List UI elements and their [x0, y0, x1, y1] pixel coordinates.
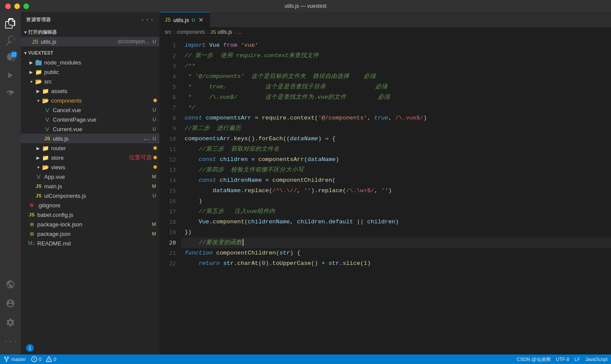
tab-filename: utils.js [173, 17, 189, 23]
editor-area: JS utils.js U ✕ src › components › JS ut… [159, 12, 611, 354]
tree-views[interactable]: ▾ 📂 views [21, 162, 159, 172]
code-line-17: //第五步 注入vue组件内 [181, 206, 611, 217]
tree-babel-config[interactable]: JS babel.config.js [21, 210, 159, 219]
breadcrumb-components[interactable]: components [177, 29, 205, 35]
tab-close-button[interactable]: ✕ [198, 16, 205, 23]
activity-remote-icon[interactable] [3, 277, 18, 292]
tree-cancel-vue[interactable]: V Cancel.vue U [21, 105, 159, 115]
breadcrumb-more[interactable]: ... [237, 29, 242, 35]
code-line-15: dataName.replace(/^\.\//, '').replace(/\… [181, 186, 611, 196]
tree-assets[interactable]: ▶ 📁 assets [21, 86, 159, 96]
code-line-14: const childrenName = componentChildren( [181, 175, 611, 186]
activity-more-icon[interactable]: ··· [3, 334, 18, 349]
tree-node-modules[interactable]: ▶ node_modules [21, 58, 159, 67]
sidebar-badge-item[interactable]: 1 [21, 343, 159, 353]
status-bar: master 0 0 CSDN @仙凌阁 UTF-8 LF JavaScript [0, 354, 611, 364]
activity-extensions-icon[interactable] [3, 85, 18, 100]
status-branch[interactable]: master [3, 356, 26, 362]
branch-name: master [11, 357, 26, 362]
title-bar: utils.js — vuextest [0, 0, 611, 12]
activity-settings-icon[interactable] [3, 315, 18, 330]
code-line-18: Vue.component(childrenName, children.def… [181, 217, 611, 227]
status-language[interactable]: JavaScript [585, 357, 608, 362]
status-encoding[interactable]: UTF-8 [556, 357, 569, 362]
tree-main-js[interactable]: JS main.js M [21, 181, 159, 191]
tree-package-json[interactable]: ⊞ package.json M [21, 229, 159, 238]
tree-uicomponents-js[interactable]: JS uiComponents.js U [21, 191, 159, 200]
code-line-4: * '@/components' 这个是目标的文件夹 路径自由选择 必须 [181, 71, 611, 82]
tree-utils-js[interactable]: JS utils.js U ← [21, 134, 159, 143]
breadcrumb-file[interactable]: utils.js [218, 29, 232, 35]
sidebar-header: 资源管理器 ··· [21, 12, 159, 27]
code-line-5: * true, 这个是是否查找子目录 必须 [181, 82, 611, 92]
tab-utils-js[interactable]: JS utils.js U ✕ [159, 12, 210, 27]
warning-count: 0 [54, 357, 56, 362]
activity-run-icon[interactable] [3, 68, 18, 83]
code-content[interactable]: import Vue from 'vue' // 第一步 使用 require.… [181, 37, 611, 354]
tree-gitignore[interactable]: ⊕ .gitignore [21, 200, 159, 210]
code-line-12: const children = componentsArr(dataName) [181, 155, 611, 165]
code-line-2: // 第一步 使用 require.context来查找文件 [181, 51, 611, 61]
code-line-16: ) [181, 196, 611, 206]
tab-bar: JS utils.js U ✕ [159, 12, 611, 27]
sidebar: 资源管理器 ··· ▾ 打开的编辑器 JS utils.js src/compo… [21, 12, 159, 354]
tree-app-vue[interactable]: V App.vue M [21, 172, 159, 181]
maximize-button[interactable] [23, 3, 29, 9]
window-title: utils.js — vuextest [285, 3, 327, 9]
sidebar-actions: ··· [140, 16, 154, 24]
status-errors[interactable]: 0 0 [31, 356, 56, 362]
activity-source-control-icon[interactable]: 22 [3, 50, 18, 66]
js-file-icon: JS [31, 38, 39, 45]
activity-account-icon[interactable] [3, 296, 18, 311]
tab-js-icon: JS [165, 17, 171, 23]
status-feedback: CSDN @仙凌阁 [517, 356, 550, 363]
code-line-3: /** [181, 61, 611, 71]
project-section[interactable]: ▾ VUEXTEST [21, 48, 159, 58]
svg-point-4 [34, 360, 34, 361]
close-button[interactable] [5, 3, 11, 9]
open-editors-section[interactable]: ▾ 打开的编辑器 [21, 27, 159, 37]
svg-rect-1 [36, 60, 39, 61]
code-line-20: //要改变的函数 [181, 238, 611, 248]
breadcrumb-js-icon: JS [210, 29, 216, 35]
breadcrumb-src[interactable]: src [165, 29, 172, 35]
code-line-13: //第四步 校验文件前缀不区分大小写 [181, 165, 611, 175]
code-line-19: }) [181, 227, 611, 238]
code-line-22: return str.charAt(0).toUpperCase() + str… [181, 258, 611, 269]
svg-rect-0 [36, 61, 42, 65]
activity-search-icon[interactable] [3, 33, 18, 48]
activity-files-icon[interactable] [3, 16, 18, 31]
tree-components[interactable]: ▾ 📂 components [21, 96, 159, 105]
tree-readme[interactable]: M↓ README.md [21, 238, 159, 248]
tree-current-vue[interactable]: V Current.vue U [21, 124, 159, 134]
activity-bottom: ··· [3, 277, 18, 351]
code-line-9: //第二步 进行遍历 [181, 123, 611, 134]
tree-contentpage-vue[interactable]: V ContentPage.vue U [21, 115, 159, 124]
notification-badge: 1 [26, 344, 34, 352]
code-line-8: const componentsArr = require.context('@… [181, 113, 611, 123]
sidebar-bottom: 1 [21, 341, 159, 354]
code-line-7: */ [181, 103, 611, 113]
tree-public[interactable]: ▶ 📁 public [21, 67, 159, 77]
window-controls[interactable] [5, 3, 29, 9]
tree-router[interactable]: ▶ 📁 router [21, 143, 159, 153]
code-line-21: function componentChildren(str) { [181, 248, 611, 258]
main-layout: 22 [0, 12, 611, 354]
file-tree: ▾ 打开的编辑器 JS utils.js src/compon... U ▾ V… [21, 27, 159, 341]
code-line-1: import Vue from 'vue' [181, 40, 611, 51]
code-line-11: //第三步 获取对应的文件名 [181, 144, 611, 155]
activity-bar: 22 [0, 12, 21, 354]
sidebar-title: 资源管理器 [26, 16, 51, 23]
minimize-button[interactable] [14, 3, 20, 9]
tree-store[interactable]: ▶ 📁 store 位置可选 [21, 153, 159, 162]
tree-package-lock[interactable]: ⊞ package-lock.json M [21, 219, 159, 229]
line-numbers: 1 2 3 4 5 6 7 8 9 10 11 12 13 14 15 16 1… [159, 37, 181, 354]
sidebar-more-icon[interactable]: ··· [140, 16, 154, 24]
error-count: 0 [39, 357, 42, 362]
status-line-ending[interactable]: LF [575, 357, 580, 362]
code-line-10: componentsArr.keys().forEach((dataName) … [181, 134, 611, 144]
tab-modified-badge: U [192, 17, 195, 23]
breadcrumb: src › components › JS utils.js › ... [159, 27, 611, 37]
tree-src[interactable]: ▾ 📂 src [21, 77, 159, 86]
open-file-utils-js[interactable]: JS utils.js src/compon... U [21, 37, 159, 46]
